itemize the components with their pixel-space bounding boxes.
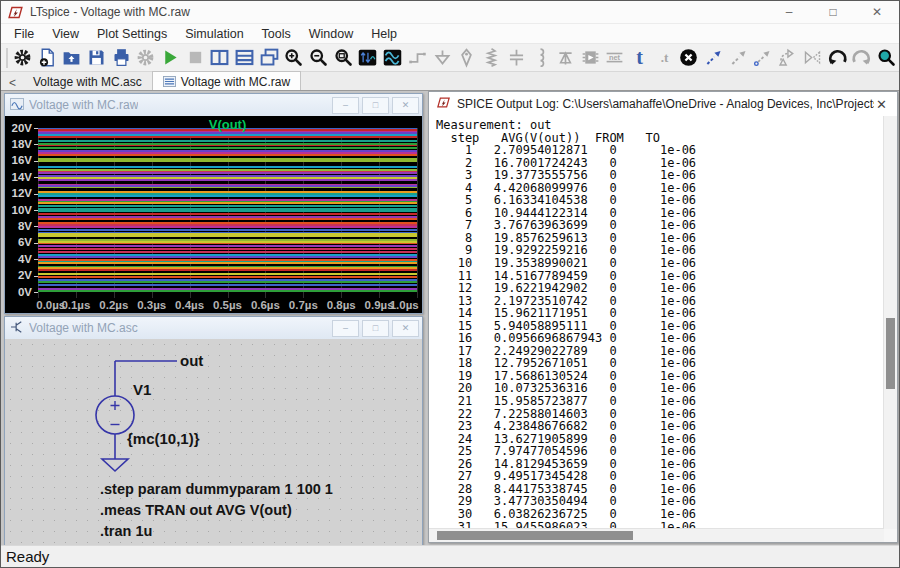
- x-axis-tick-label: 0.2µs: [99, 299, 128, 311]
- net-label-out[interactable]: out: [180, 352, 203, 369]
- y-axis-tick-label: 8V: [5, 220, 32, 232]
- inductor-button[interactable]: [528, 45, 553, 70]
- waveform-trace: [38, 235, 417, 237]
- mirror-icon: [802, 47, 823, 68]
- tile-windows-button[interactable]: [232, 45, 257, 70]
- zoom-in-button[interactable]: [282, 45, 307, 70]
- waveform-trace: [38, 233, 417, 235]
- ground-button[interactable]: [430, 45, 455, 70]
- log-vscroll-thumb[interactable]: [886, 318, 895, 388]
- source-name-label[interactable]: V1: [133, 381, 151, 398]
- waveform-trace: [38, 245, 417, 247]
- net-port-button[interactable]: net: [602, 45, 627, 70]
- trace-label[interactable]: V(out): [38, 117, 417, 132]
- spice-directive-button[interactable]: .t: [652, 45, 677, 70]
- waveform-close-button[interactable]: ✕: [392, 97, 419, 114]
- diode-button[interactable]: [553, 45, 578, 70]
- menu-file[interactable]: File: [5, 26, 43, 42]
- resistor-button[interactable]: [479, 45, 504, 70]
- rotate-button[interactable]: [775, 45, 800, 70]
- settings-disabled-button[interactable]: [133, 45, 158, 70]
- schematic-canvas[interactable]: out V1 {mc(10,1)} .step param dummyparam…: [5, 339, 422, 547]
- duplicate-button[interactable]: [701, 45, 726, 70]
- waveform-window-titlebar[interactable]: Voltage with MC.raw – □ ✕: [5, 94, 422, 117]
- menu-simulation[interactable]: Simulation: [176, 26, 252, 42]
- move-button[interactable]: [726, 45, 751, 70]
- schematic-close-button[interactable]: ✕: [392, 320, 419, 337]
- undo-button[interactable]: [825, 45, 850, 70]
- spice-directives[interactable]: .step param dummyparam 1 100 1.meas TRAN…: [100, 479, 333, 542]
- waveform-restore-button[interactable]: □: [362, 97, 389, 114]
- waveform-icon: [10, 96, 24, 114]
- halt-button[interactable]: [183, 45, 208, 70]
- log-vertical-scrollbar[interactable]: [883, 116, 897, 529]
- split-window-button[interactable]: [207, 45, 232, 70]
- schematic-restore-button[interactable]: □: [362, 320, 389, 337]
- source-value-label[interactable]: {mc(10,1)}: [127, 430, 200, 447]
- log-resize-grip[interactable]: [884, 529, 897, 542]
- net-label-icon: [456, 47, 477, 68]
- mirror-button[interactable]: [800, 45, 825, 70]
- duplicate-icon: [703, 47, 724, 68]
- waveform-trace: [38, 241, 417, 243]
- plot-gridline: [417, 128, 418, 298]
- maximize-button[interactable]: □: [811, 1, 855, 23]
- log-titlebar[interactable]: SPICE Output Log: C:\Users\amahaffe\OneD…: [429, 92, 897, 117]
- text-button[interactable]: t: [627, 45, 652, 70]
- autorange-y-button[interactable]: [356, 45, 381, 70]
- plot-settings-button[interactable]: [380, 45, 405, 70]
- control-panel-button[interactable]: [10, 45, 35, 70]
- menu-view[interactable]: View: [43, 26, 88, 42]
- print-button[interactable]: [109, 45, 134, 70]
- menu-help[interactable]: Help: [362, 26, 406, 42]
- waveform-trace: [38, 169, 417, 171]
- open-button[interactable]: [59, 45, 84, 70]
- run-button[interactable]: [158, 45, 183, 70]
- new-schematic-button[interactable]: [35, 45, 60, 70]
- waveform-trace: [38, 152, 417, 154]
- waveform-plot-canvas[interactable]: V(out) 0.0µs0.1µs0.2µs0.3µs0.4µs0.5µs0.6…: [5, 116, 422, 313]
- schematic-window-titlebar[interactable]: Voltage with MC.asc – □ ✕: [5, 317, 422, 340]
- menu-window[interactable]: Window: [300, 26, 362, 42]
- log-hscroll-thumb[interactable]: [437, 531, 633, 540]
- y-axis-tick: [34, 276, 38, 277]
- zoom-full-icon: [333, 47, 354, 68]
- zoom-in-icon: [283, 47, 304, 68]
- cascade-windows-icon: [259, 47, 280, 68]
- log-horizontal-scrollbar[interactable]: [429, 528, 884, 542]
- plot-region: V(out) 0.0µs0.1µs0.2µs0.3µs0.4µs0.5µs0.6…: [38, 116, 417, 313]
- menu-bar: FileViewPlot SettingsSimulationToolsWind…: [1, 24, 899, 44]
- delete-button[interactable]: [677, 45, 702, 70]
- zoom-full-button[interactable]: [331, 45, 356, 70]
- capacitor-button[interactable]: [504, 45, 529, 70]
- waveform-trace: [38, 251, 417, 253]
- cascade-windows-button[interactable]: [257, 45, 282, 70]
- x-axis-tick-label: 0.7µs: [289, 299, 318, 311]
- waveform-trace: [38, 158, 417, 160]
- tab-voltage-with-mc-raw[interactable]: Voltage with MC.raw: [152, 71, 301, 92]
- redo-button[interactable]: [849, 45, 874, 70]
- schematic-minimize-button[interactable]: –: [332, 320, 359, 337]
- drag-button[interactable]: [751, 45, 776, 70]
- find-button[interactable]: [874, 45, 899, 70]
- log-close-button[interactable]: ✕: [874, 97, 889, 112]
- zoom-out-button[interactable]: [306, 45, 331, 70]
- waveform-trace: [38, 281, 417, 283]
- net-label-button[interactable]: [454, 45, 479, 70]
- waveform-minimize-button[interactable]: –: [332, 97, 359, 114]
- tab-label: Voltage with MC.raw: [181, 75, 290, 89]
- component-button[interactable]: [578, 45, 603, 70]
- log-text: Measurement: out step AVG(V(out)) FROM T…: [436, 119, 696, 533]
- y-axis-tick-label: 2V: [5, 269, 32, 281]
- minimize-button[interactable]: –: [767, 1, 811, 23]
- wire-icon: [407, 47, 428, 68]
- menu-plot-settings[interactable]: Plot Settings: [88, 26, 176, 42]
- menu-tools[interactable]: Tools: [253, 26, 300, 42]
- tab-voltage-with-mc-asc[interactable]: Voltage with MC.asc: [23, 72, 152, 92]
- close-button[interactable]: ✕: [855, 1, 899, 23]
- print-icon: [111, 47, 132, 68]
- tab-label: Voltage with MC.asc: [33, 75, 142, 89]
- save-button[interactable]: [84, 45, 109, 70]
- wire-button[interactable]: [405, 45, 430, 70]
- text-icon: t: [629, 47, 650, 68]
